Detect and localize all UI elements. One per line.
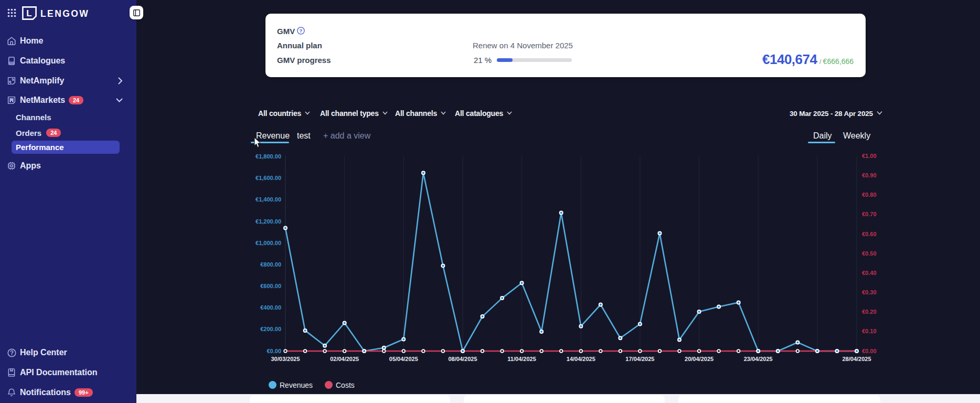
svg-text:€0.10: €0.10 — [862, 328, 877, 334]
svg-text:28/04/2025: 28/04/2025 — [842, 356, 871, 362]
svg-text:€0.00: €0.00 — [862, 348, 877, 354]
svg-text:05/04/2025: 05/04/2025 — [389, 356, 418, 362]
svg-text:€1,000.00: €1,000.00 — [255, 240, 281, 246]
svg-text:€400.00: €400.00 — [260, 304, 281, 311]
svg-text:€0.50: €0.50 — [862, 250, 877, 257]
svg-text:€1,200.00: €1,200.00 — [255, 218, 281, 225]
svg-text:€0.80: €0.80 — [862, 192, 877, 198]
svg-text:€0.70: €0.70 — [862, 211, 877, 217]
svg-text:€1.00: €1.00 — [862, 153, 877, 159]
svg-text:17/04/2025: 17/04/2025 — [625, 356, 654, 362]
svg-text:€800.00: €800.00 — [260, 261, 281, 268]
svg-text:€200.00: €200.00 — [260, 326, 281, 332]
svg-text:€0.90: €0.90 — [862, 172, 877, 178]
svg-text:€1,800.00: €1,800.00 — [255, 153, 281, 160]
svg-text:02/04/2025: 02/04/2025 — [330, 356, 359, 362]
svg-text:14/04/2025: 14/04/2025 — [567, 356, 595, 362]
svg-text:€0.00: €0.00 — [267, 348, 281, 354]
svg-text:23/04/2025: 23/04/2025 — [744, 356, 773, 362]
svg-text:20/04/2025: 20/04/2025 — [685, 356, 713, 362]
svg-text:€0.30: €0.30 — [862, 289, 877, 295]
svg-text:€1,400.00: €1,400.00 — [255, 196, 281, 203]
svg-text:11/04/2025: 11/04/2025 — [507, 356, 536, 362]
svg-text:€0.60: €0.60 — [862, 231, 877, 237]
svg-text:€600.00: €600.00 — [260, 283, 281, 289]
svg-text:€0.40: €0.40 — [862, 270, 877, 276]
svg-text:08/04/2025: 08/04/2025 — [448, 356, 477, 362]
svg-text:€0.20: €0.20 — [862, 309, 877, 315]
svg-text:€1,600.00: €1,600.00 — [255, 175, 281, 181]
svg-text:30/03/2025: 30/03/2025 — [271, 356, 300, 362]
